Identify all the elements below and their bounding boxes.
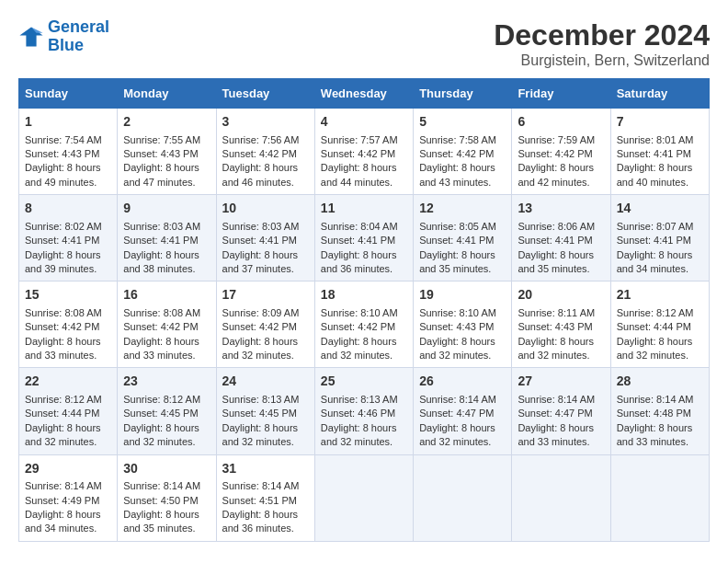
calendar-week-row: 8Sunrise: 8:02 AMSunset: 4:41 PMDaylight… (19, 195, 710, 282)
calendar-table: Sunday Monday Tuesday Wednesday Thursday… (18, 78, 710, 542)
calendar-cell: 2Sunrise: 7:55 AMSunset: 4:43 PMDaylight… (118, 109, 216, 195)
day-number: 3 (222, 113, 309, 132)
calendar-cell: 22Sunrise: 8:12 AMSunset: 4:44 PMDayligh… (19, 368, 118, 454)
calendar-cell: 27Sunrise: 8:14 AMSunset: 4:47 PMDayligh… (512, 368, 610, 454)
day-number: 30 (123, 460, 210, 478)
day-number: 22 (25, 373, 111, 391)
day-number: 9 (123, 200, 210, 218)
calendar-cell: 14Sunrise: 8:07 AMSunset: 4:41 PMDayligh… (610, 195, 709, 282)
calendar-cell: 20Sunrise: 8:11 AMSunset: 4:43 PMDayligh… (512, 282, 610, 368)
day-number: 14 (617, 200, 703, 218)
calendar-cell: 6Sunrise: 7:59 AMSunset: 4:42 PMDaylight… (512, 109, 610, 195)
day-number: 20 (518, 286, 604, 304)
calendar-cell (610, 454, 709, 541)
calendar-cell: 1Sunrise: 7:54 AMSunset: 4:43 PMDaylight… (19, 109, 118, 195)
header-wednesday: Wednesday (314, 79, 413, 109)
calendar-cell: 31Sunrise: 8:14 AMSunset: 4:51 PMDayligh… (216, 454, 314, 541)
header-friday: Friday (512, 79, 610, 109)
calendar-cell: 23Sunrise: 8:12 AMSunset: 4:45 PMDayligh… (118, 368, 216, 454)
calendar-week-row: 1Sunrise: 7:54 AMSunset: 4:43 PMDaylight… (19, 109, 710, 195)
day-number: 12 (419, 200, 506, 218)
calendar-week-row: 15Sunrise: 8:08 AMSunset: 4:42 PMDayligh… (19, 282, 710, 368)
header-monday: Monday (118, 79, 216, 109)
day-number: 28 (617, 373, 703, 391)
page-title: December 2024 (494, 18, 710, 52)
calendar-cell: 12Sunrise: 8:05 AMSunset: 4:41 PMDayligh… (414, 195, 512, 282)
page-subtitle: Burgistein, Bern, Switzerland (494, 52, 710, 69)
calendar-cell: 3Sunrise: 7:56 AMSunset: 4:42 PMDaylight… (216, 109, 314, 195)
calendar-cell: 16Sunrise: 8:08 AMSunset: 4:42 PMDayligh… (118, 282, 216, 368)
day-number: 15 (25, 286, 111, 304)
calendar-cell (414, 454, 512, 541)
day-number: 1 (25, 113, 111, 132)
day-number: 23 (123, 373, 210, 391)
calendar-cell: 21Sunrise: 8:12 AMSunset: 4:44 PMDayligh… (610, 282, 709, 368)
logo-text: GeneralBlue (48, 18, 109, 55)
calendar-cell (512, 454, 610, 541)
day-number: 10 (222, 200, 309, 218)
day-number: 17 (222, 286, 309, 304)
calendar-week-row: 22Sunrise: 8:12 AMSunset: 4:44 PMDayligh… (19, 368, 710, 454)
day-number: 31 (222, 460, 309, 478)
day-number: 16 (123, 286, 210, 304)
calendar-cell: 13Sunrise: 8:06 AMSunset: 4:41 PMDayligh… (512, 195, 610, 282)
day-number: 21 (617, 286, 703, 304)
page-header: GeneralBlue December 2024 Burgistein, Be… (18, 18, 710, 69)
calendar-cell: 15Sunrise: 8:08 AMSunset: 4:42 PMDayligh… (19, 282, 118, 368)
day-number: 11 (321, 200, 407, 218)
calendar-cell: 11Sunrise: 8:04 AMSunset: 4:41 PMDayligh… (314, 195, 413, 282)
calendar-cell: 19Sunrise: 8:10 AMSunset: 4:43 PMDayligh… (414, 282, 512, 368)
calendar-cell: 17Sunrise: 8:09 AMSunset: 4:42 PMDayligh… (216, 282, 314, 368)
day-number: 7 (617, 113, 703, 132)
calendar-cell: 26Sunrise: 8:14 AMSunset: 4:47 PMDayligh… (414, 368, 512, 454)
day-number: 26 (419, 373, 506, 391)
calendar-cell: 10Sunrise: 8:03 AMSunset: 4:41 PMDayligh… (216, 195, 314, 282)
day-number: 19 (419, 286, 506, 304)
day-number: 27 (518, 373, 604, 391)
calendar-cell: 30Sunrise: 8:14 AMSunset: 4:50 PMDayligh… (118, 454, 216, 541)
day-number: 6 (518, 113, 604, 132)
calendar-week-row: 29Sunrise: 8:14 AMSunset: 4:49 PMDayligh… (19, 454, 710, 541)
svg-marker-0 (19, 27, 42, 46)
calendar-cell: 24Sunrise: 8:13 AMSunset: 4:45 PMDayligh… (216, 368, 314, 454)
day-number: 29 (25, 460, 111, 478)
calendar-cell: 9Sunrise: 8:03 AMSunset: 4:41 PMDaylight… (118, 195, 216, 282)
calendar-cell: 7Sunrise: 8:01 AMSunset: 4:41 PMDaylight… (610, 109, 709, 195)
day-number: 13 (518, 200, 604, 218)
calendar-cell: 25Sunrise: 8:13 AMSunset: 4:46 PMDayligh… (314, 368, 413, 454)
logo: GeneralBlue (18, 18, 109, 55)
calendar-cell (314, 454, 413, 541)
calendar-cell: 4Sunrise: 7:57 AMSunset: 4:42 PMDaylight… (314, 109, 413, 195)
calendar-cell: 29Sunrise: 8:14 AMSunset: 4:49 PMDayligh… (19, 454, 118, 541)
logo-icon (18, 24, 44, 50)
day-number: 24 (222, 373, 309, 391)
calendar-cell: 18Sunrise: 8:10 AMSunset: 4:42 PMDayligh… (314, 282, 413, 368)
calendar-cell: 8Sunrise: 8:02 AMSunset: 4:41 PMDaylight… (19, 195, 118, 282)
day-number: 25 (321, 373, 407, 391)
header-tuesday: Tuesday (216, 79, 314, 109)
day-number: 2 (123, 113, 210, 132)
calendar-cell: 28Sunrise: 8:14 AMSunset: 4:48 PMDayligh… (610, 368, 709, 454)
header-saturday: Saturday (610, 79, 709, 109)
day-number: 4 (321, 113, 407, 132)
calendar-header-row: Sunday Monday Tuesday Wednesday Thursday… (19, 79, 710, 109)
header-sunday: Sunday (19, 79, 118, 109)
title-area: December 2024 Burgistein, Bern, Switzerl… (494, 18, 710, 69)
calendar-cell: 5Sunrise: 7:58 AMSunset: 4:42 PMDaylight… (414, 109, 512, 195)
header-thursday: Thursday (414, 79, 512, 109)
day-number: 5 (419, 113, 506, 132)
day-number: 18 (321, 286, 407, 304)
day-number: 8 (25, 200, 111, 218)
